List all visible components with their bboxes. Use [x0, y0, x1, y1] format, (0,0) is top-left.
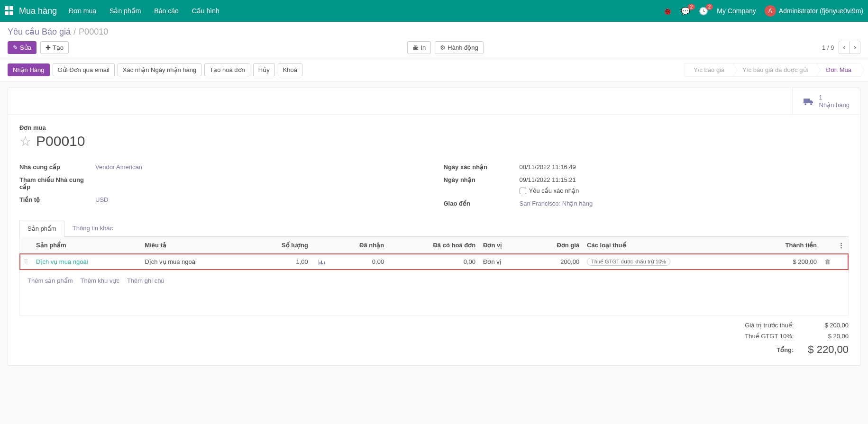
breadcrumb: Yêu cầu Báo giá / P00010: [0, 22, 868, 37]
cell-uom[interactable]: Đơn vị: [479, 254, 528, 270]
forecast-chart-icon[interactable]: [319, 258, 325, 265]
ask-confirm-checkbox[interactable]: [520, 188, 526, 194]
cell-desc[interactable]: Dịch vụ mua ngoài: [141, 254, 249, 270]
company-switcher[interactable]: My Company: [717, 7, 756, 15]
avatar: A: [765, 5, 776, 17]
currency-label: Tiền tệ: [19, 196, 95, 203]
nav-menu: Đơn mua Sản phẩm Báo cáo Cấu hình: [69, 7, 663, 15]
vendor-value[interactable]: Vendor American: [95, 163, 142, 171]
status-steps: Y/c báo giá Y/c báo giá đã được gửi Đơn …: [685, 63, 860, 77]
stat-label: Nhận hàng: [819, 101, 850, 109]
edit-button[interactable]: ✎Sửa: [8, 41, 37, 54]
stat-receipts[interactable]: 1 Nhận hàng: [792, 88, 860, 114]
debug-icon[interactable]: 🐞: [663, 7, 672, 16]
control-panel: Yêu cầu Báo giá / P00010 ✎Sửa ✚Tạo 🖶In ⚙…: [0, 22, 868, 60]
th-price[interactable]: Đơn giá: [528, 237, 583, 254]
form-sheet: 1 Nhận hàng Đơn mua ☆ P00010 Nhà cung cấ…: [8, 88, 860, 366]
nav-products[interactable]: Sản phẩm: [110, 7, 141, 15]
cancel-button[interactable]: Hủy: [253, 63, 275, 76]
cell-price[interactable]: 200,00: [528, 254, 583, 270]
cell-qty[interactable]: 1,00: [250, 254, 312, 270]
breadcrumb-current: P00010: [79, 27, 108, 37]
receipt-date-value: 09/11/2022 11:15:21: [520, 176, 849, 183]
delete-row-icon[interactable]: 🗑: [824, 258, 831, 265]
nav-reports[interactable]: Báo cáo: [154, 7, 178, 15]
cell-tax-tag[interactable]: Thuế GTGT được khấu trừ 10%: [587, 258, 670, 266]
truck-icon: [803, 96, 814, 107]
pager-prev[interactable]: ‹: [839, 41, 850, 54]
breadcrumb-separator: /: [73, 27, 76, 37]
nav-config[interactable]: Cấu hình: [192, 7, 219, 15]
plus-icon: ✚: [46, 44, 51, 51]
nav-orders[interactable]: Đơn mua: [69, 7, 96, 15]
th-optional-toggle[interactable]: ⋮: [834, 237, 848, 254]
confirm-date-button[interactable]: Xác nhận Ngày nhận hàng: [118, 63, 202, 76]
vendor-label: Nhà cung cấp: [19, 163, 95, 171]
send-email-button[interactable]: Gửi Đơn qua email: [53, 63, 115, 76]
deliver-to-value[interactable]: San Francisco: Nhận hàng: [520, 200, 593, 207]
statusbar: Nhận Hàng Gửi Đơn qua email Xác nhận Ngà…: [0, 60, 868, 82]
receive-button[interactable]: Nhận Hàng: [8, 63, 50, 76]
add-product-link[interactable]: Thêm sản phẩm: [27, 277, 73, 284]
pencil-icon: ✎: [13, 44, 18, 51]
cell-billed[interactable]: 0,00: [388, 254, 479, 270]
apps-icon[interactable]: [5, 6, 14, 16]
activities-icon[interactable]: 🕓2: [699, 7, 708, 16]
tab-other-info[interactable]: Thông tin khác: [64, 219, 121, 236]
app-brand[interactable]: Mua hàng: [19, 6, 57, 16]
th-qty[interactable]: Số lượng: [250, 237, 312, 254]
order-lines-table: Sản phẩm Miêu tả Số lượng Đã nhận Đã có …: [19, 237, 849, 316]
lock-button[interactable]: Khoá: [278, 63, 302, 76]
total-label: Tổng:: [745, 346, 794, 353]
currency-value[interactable]: USD: [95, 196, 108, 203]
doc-type-label: Đơn mua: [19, 124, 849, 131]
th-product[interactable]: Sản phẩm: [32, 237, 141, 254]
cell-product[interactable]: Dịch vụ mua ngoài: [36, 258, 88, 265]
th-billed[interactable]: Đã có hoá đơn: [388, 237, 479, 254]
messages-icon[interactable]: 💬2: [681, 7, 690, 16]
print-button[interactable]: 🖶In: [407, 41, 431, 54]
user-name: Administrator (fj6nyue0vi9m): [779, 7, 863, 15]
activities-badge: 2: [706, 4, 713, 10]
th-subtotal[interactable]: Thành tiền: [749, 237, 821, 254]
pager-text[interactable]: 1 / 9: [822, 44, 834, 51]
vendor-ref-label: Tham chiếu Nhà cung cấp: [19, 176, 95, 190]
gear-icon: ⚙: [440, 44, 446, 51]
confirm-date-value: 08/11/2022 11:16:49: [520, 163, 849, 171]
stat-count: 1: [819, 94, 850, 101]
total-value: $ 220,00: [808, 343, 849, 356]
table-row[interactable]: ⠿ Dịch vụ mua ngoài Dịch vụ mua ngoài 1,…: [20, 254, 848, 270]
messages-badge: 2: [688, 4, 695, 10]
tax-label: Thuế GTGT 10%:: [745, 333, 794, 340]
cell-subtotal: $ 200,00: [749, 254, 821, 270]
th-taxes[interactable]: Các loại thuế: [583, 237, 749, 254]
th-uom[interactable]: Đơn vị: [479, 237, 528, 254]
create-button[interactable]: ✚Tạo: [40, 41, 69, 54]
add-section-link[interactable]: Thêm khu vực: [80, 277, 119, 284]
user-menu[interactable]: A Administrator (fj6nyue0vi9m): [765, 5, 863, 17]
untaxed-label: Giá trị trước thuế:: [745, 322, 794, 329]
pager-next[interactable]: ›: [850, 41, 860, 54]
step-rfq[interactable]: Y/c báo giá: [685, 63, 733, 77]
cell-received[interactable]: 0,00: [329, 254, 388, 270]
totals: Giá trị trước thuế: $ 200,00 Thuế GTGT 1…: [19, 322, 849, 356]
tabs: Sản phẩm Thông tin khác: [19, 219, 849, 237]
navbar: Mua hàng Đơn mua Sản phẩm Báo cáo Cấu hì…: [0, 0, 868, 22]
add-note-link[interactable]: Thêm ghi chú: [127, 277, 164, 284]
pager: 1 / 9 ‹ ›: [822, 41, 860, 54]
th-desc[interactable]: Miêu tả: [141, 237, 249, 254]
step-rfq-sent[interactable]: Y/c báo giá đã được gửi: [733, 63, 817, 77]
untaxed-value: $ 200,00: [808, 322, 849, 329]
doc-name: P00010: [36, 133, 85, 149]
priority-star[interactable]: ☆: [19, 134, 31, 149]
action-button[interactable]: ⚙Hành động: [435, 41, 483, 54]
tab-products[interactable]: Sản phẩm: [19, 220, 64, 237]
print-icon: 🖶: [412, 44, 419, 51]
receipt-date-label: Ngày nhận: [444, 176, 520, 183]
breadcrumb-parent[interactable]: Yêu cầu Báo giá: [8, 27, 71, 37]
step-purchase-order[interactable]: Đơn Mua: [817, 63, 860, 77]
th-received[interactable]: Đã nhận: [329, 237, 388, 254]
create-bill-button[interactable]: Tạo hoá đơn: [204, 63, 250, 76]
confirm-date-label: Ngày xác nhận: [444, 163, 520, 171]
drag-handle-icon[interactable]: ⠿: [24, 258, 28, 265]
